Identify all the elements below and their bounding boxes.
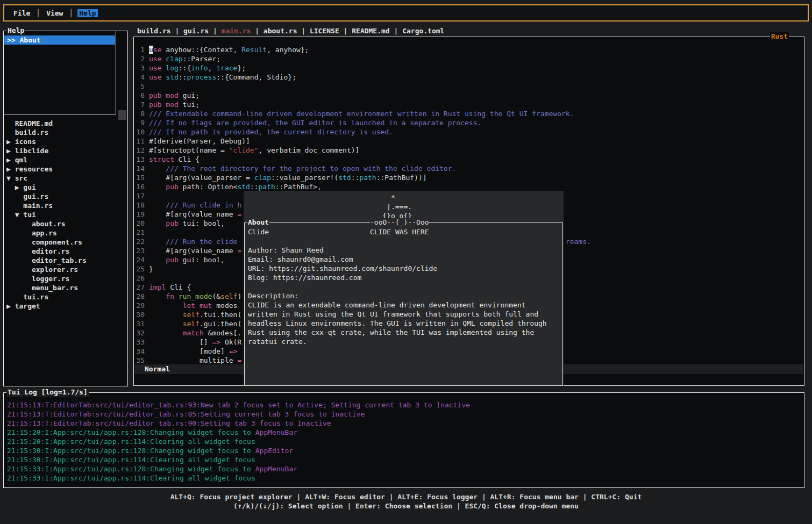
log-entry: 21:15:20:I:App:src/tui/app.rs:128:Changi…: [7, 428, 801, 437]
editor-line[interactable]: 11#[derive(Parser, Debug)]: [136, 137, 803, 146]
tree-item[interactable]: tui.rs: [6, 292, 118, 302]
menu-item-view[interactable]: View: [45, 9, 65, 17]
line-number: 14: [136, 164, 145, 173]
log-entry: 21:15:13:T:EditorTab:src/tui/editor_tab.…: [7, 410, 801, 419]
tree-item[interactable]: editor_tab.rs: [6, 256, 118, 265]
tab-separator: |: [297, 26, 309, 35]
tree-item[interactable]: editor.rs: [6, 247, 118, 256]
editor-line[interactable]: 1use anyhow::{Context, Result, anyhow};: [136, 45, 803, 54]
tree-item[interactable]: README.md: [6, 119, 118, 128]
line-number: 16: [136, 182, 145, 191]
line-number: 2: [136, 54, 145, 63]
line-number: 25: [136, 264, 145, 274]
tree-item[interactable]: ▼ tui: [6, 210, 118, 219]
tree-item[interactable]: explorer.rs: [6, 265, 118, 274]
file-tree: README.md build.rs▶ icons▶ libclide▶ qml…: [6, 119, 118, 311]
help-dropdown-item-about[interactable]: >> About: [4, 35, 115, 45]
tree-item[interactable]: ▶ gui: [6, 183, 118, 192]
line-number: 35: [136, 356, 145, 364]
mode-label: Normal: [145, 365, 170, 373]
menu-bar: File│View│Help: [3, 4, 809, 21]
line-number: 21: [136, 228, 145, 237]
tui-log-title: Tui Log [log=1.7/s]: [6, 388, 89, 397]
tree-item[interactable]: ▶ qml: [6, 155, 118, 164]
line-number: 31: [136, 319, 145, 328]
menu-separator: │: [36, 9, 40, 17]
explorer-scrollbar-thumb[interactable]: [118, 110, 126, 120]
line-number: 27: [136, 283, 145, 292]
line-number: 18: [136, 200, 145, 210]
editor-line[interactable]: 8/// Extendable command-line driven deve…: [136, 109, 803, 118]
editor-line[interactable]: 2use clap::Parser;: [136, 54, 803, 63]
log-entry: 21:15:33:I:App:src/tui/app.rs:114:Cleari…: [7, 473, 801, 483]
line-number: 32: [136, 328, 145, 338]
line-number: 11: [136, 137, 145, 146]
line-number: 15: [136, 173, 145, 182]
editor-line[interactable]: 9/// If no flags are provided, the GUI e…: [136, 118, 803, 127]
editor-line[interactable]: 6pub mod gui;: [136, 91, 803, 100]
editor-line[interactable]: 3use log::{info, trace};: [136, 63, 803, 73]
line-number: 29: [136, 301, 145, 310]
kilroy-ascii-art: * |.===. {}o o{}: [244, 193, 412, 220]
editor-line[interactable]: 13struct Cli {: [136, 155, 803, 164]
tree-item[interactable]: build.rs: [6, 128, 118, 137]
tab-main-rs[interactable]: main.rs: [222, 26, 251, 35]
line-number: 3: [136, 63, 145, 73]
tab-about-rs[interactable]: about.rs: [263, 26, 297, 35]
line-number: 26: [136, 274, 145, 283]
menu-item-file[interactable]: File: [12, 9, 32, 17]
tab-build-rs[interactable]: build.rs: [137, 26, 171, 35]
tree-item[interactable]: ▶ icons: [6, 137, 118, 146]
tree-item[interactable]: app.rs: [6, 228, 118, 238]
footer-help: ALT+Q: Focus project explorer | ALT+W: F…: [0, 492, 812, 511]
log-entry: 21:15:30:I:App:src/tui/app.rs:114:Cleari…: [7, 455, 801, 464]
line-number: 7: [136, 100, 145, 109]
tree-item[interactable]: ▶ resources: [6, 164, 118, 174]
line-number: 30: [136, 310, 145, 319]
editor-line[interactable]: 7pub mod tui;: [136, 100, 803, 109]
about-popup-box: About -ooO--(_)--Ooo Clide CLIDE WAS HER…: [244, 222, 563, 386]
about-popup: * |.===. {}o o{} About -ooO--(_)--Ooo Cl…: [244, 191, 564, 386]
tree-item[interactable]: ▼ src: [6, 174, 118, 183]
tab-gui-rs[interactable]: gui.rs: [183, 26, 209, 35]
editor-tabs: build.rs | gui.rs | main.rs | about.rs |…: [137, 26, 444, 35]
about-popup-title: About: [247, 218, 269, 227]
editor-line[interactable]: 4use std::process::{Command, Stdio};: [136, 73, 803, 82]
editor-line[interactable]: 5: [136, 82, 803, 91]
line-number: 10: [136, 127, 145, 137]
log-lines: 21:15:13:T:EditorTab:src/tui/editor_tab.…: [7, 400, 801, 485]
tab-cargo-toml[interactable]: Cargo.toml: [402, 26, 444, 35]
line-number: 24: [136, 255, 145, 264]
tree-item[interactable]: gui.rs: [6, 192, 118, 201]
tree-item[interactable]: main.rs: [6, 201, 118, 210]
tui-log-panel[interactable]: Tui Log [log=1.7/s] 21:15:13:T:EditorTab…: [3, 392, 804, 488]
log-entry: 21:15:33:I:App:src/tui/app.rs:128:Changi…: [7, 464, 801, 473]
log-entry: 21:15:13:T:EditorTab:src/tui/editor_tab.…: [7, 400, 801, 410]
editor-line[interactable]: 16 pub path: Option<std::path::PathBuf>,: [136, 182, 803, 191]
tree-item[interactable]: component.rs: [6, 238, 118, 247]
tab-readme-md[interactable]: README.md: [352, 26, 389, 35]
log-entry: 21:15:20:I:App:src/tui/app.rs:114:Cleari…: [7, 437, 801, 446]
tree-item[interactable]: menu_bar.rs: [6, 283, 118, 292]
menu-separator: │: [69, 9, 73, 17]
kilroy-ascii-art-hands: -ooO--(_)--Ooo: [370, 218, 429, 227]
tree-item[interactable]: ▶ libclide: [6, 146, 118, 155]
line-number: 20: [136, 219, 145, 228]
editor-line[interactable]: 14 /// The root directory for the projec…: [136, 164, 803, 173]
tab-separator: |: [209, 26, 221, 35]
line-number: 9: [136, 118, 145, 127]
line-number: 17: [136, 191, 145, 200]
tree-item[interactable]: ▶ target: [6, 302, 118, 311]
editor-line[interactable]: 15 #[arg(value_parser = clap::value_pars…: [136, 173, 803, 182]
tab-license[interactable]: LICENSE: [310, 26, 339, 35]
tree-item[interactable]: about.rs: [6, 219, 118, 228]
line-number: 19: [136, 210, 145, 219]
menu-item-help[interactable]: Help: [77, 9, 97, 17]
line-number: 28: [136, 292, 145, 301]
footer-line-1: ALT+Q: Focus project explorer | ALT+W: F…: [0, 492, 812, 501]
log-entry: 21:15:13:T:EditorTab:src/tui/editor_tab.…: [7, 419, 801, 428]
editor-line[interactable]: 10/// If no path is provided, the curren…: [136, 127, 803, 137]
tree-item[interactable]: logger.rs: [6, 274, 118, 283]
editor-line[interactable]: 12#[structopt(name = "clide", verbatim_d…: [136, 146, 803, 155]
text-cursor: u: [149, 46, 153, 54]
